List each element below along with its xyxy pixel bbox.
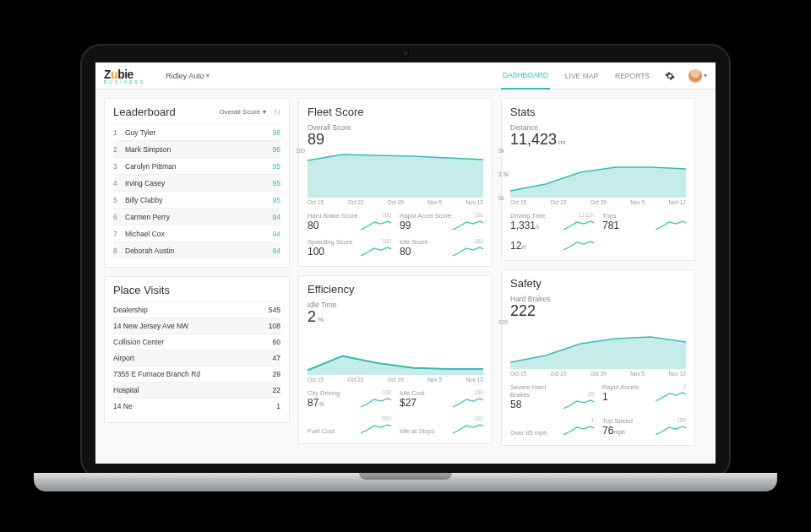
sort-icon[interactable]: ↑↓: [274, 108, 280, 116]
place-visit-row[interactable]: 7355 E Furnace Branch Rd 29: [113, 366, 280, 382]
fleet-score-card: Fleet Score Overall Score 89 100 Oct 15O: [298, 98, 493, 267]
chevron-down-icon: ▾: [704, 72, 707, 79]
mini-metric: Hard Brake Score 80 100: [308, 212, 391, 231]
logo: Zubie BUSINESS: [104, 68, 145, 84]
mini-metric: Over 85 mph 1: [510, 417, 594, 437]
nav-reports[interactable]: REPORTS: [613, 63, 651, 89]
leaderboard-title: Leaderboard: [113, 106, 176, 118]
mini-metric: Fuel Cost 500: [308, 415, 391, 435]
stats-chart: 5k 2.5k 0k: [510, 150, 686, 198]
efficiency-card: Efficiency Idle Time 2% Oct 15Oct 22Oct …: [298, 275, 493, 444]
mini-metric: Severe Hard Brakes 58 20: [510, 383, 594, 410]
mini-metric: City Driving 87% 100: [308, 389, 391, 409]
mini-metric: Trips 781: [602, 212, 686, 231]
place-visit-row[interactable]: Dealership 545: [113, 301, 280, 318]
mini-metric: Top Speed 76mph 150: [602, 417, 686, 437]
place-visit-row[interactable]: 14 Ne 1: [113, 398, 280, 414]
place-visit-row[interactable]: 14 New Jersey Ave NW 108: [113, 318, 280, 334]
mini-metric: Idle Cost $27 100: [400, 389, 483, 409]
leaderboard-row[interactable]: 1 Guy Tyler 96: [113, 123, 280, 140]
nav-livemap[interactable]: LIVE MAP: [563, 63, 600, 89]
leaderboard-row[interactable]: 3 Carolyn Pittman 95: [113, 157, 280, 174]
nav-dashboard[interactable]: DASHBOARD: [501, 62, 550, 90]
safety-chart: 100: [510, 322, 686, 369]
leaderboard-row[interactable]: 4 Irving Casey 95: [113, 174, 280, 191]
leaderboard-card: Leaderboard Overall Score▾ ↑↓ 1 Guy Tyle…: [104, 98, 290, 268]
gear-icon[interactable]: [665, 71, 675, 81]
place-visit-row[interactable]: Hospital 22: [113, 382, 280, 398]
topbar: Zubie BUSINESS Ridley Auto▾ DASHBOARD LI…: [95, 62, 716, 90]
leaderboard-filter[interactable]: Overall Score▾ ↑↓: [220, 108, 280, 116]
leaderboard-row[interactable]: 5 Billy Clabby 95: [113, 191, 280, 208]
leaderboard-row[interactable]: 6 Carmen Perry 94: [113, 208, 280, 225]
efficiency-title: Efficiency: [308, 283, 483, 296]
place-visit-row[interactable]: Collision Center 60: [113, 334, 280, 350]
mini-metric: Idle at Stops 100: [400, 415, 483, 435]
mini-metric: Driving Time 1,331h 1111h: [510, 212, 594, 231]
mini-metric: Rapid Accel Score 99 100: [400, 212, 483, 231]
stats-card: Stats Distance 11,423mi 5k 2.5k 0k: [501, 98, 695, 261]
user-menu[interactable]: ▾: [689, 69, 707, 83]
leaderboard-row[interactable]: 8 Deborah Austin 94: [113, 242, 280, 258]
company-selector[interactable]: Ridley Auto▾: [166, 72, 210, 80]
mini-metric: 12m: [510, 238, 594, 252]
leaderboard-row[interactable]: 2 Mark Simpson 96: [113, 140, 280, 157]
place-visits-card: Place Visits Dealership 545 14 New Jerse…: [104, 276, 290, 423]
efficiency-chart: [308, 328, 483, 375]
fleet-chart: 100: [308, 150, 483, 198]
camera-dot: [403, 51, 408, 56]
stats-title: Stats: [510, 106, 686, 118]
leaderboard-row[interactable]: 7 Michael Cox 94: [113, 225, 280, 242]
avatar: [689, 69, 702, 83]
mini-metric: Rapid Accels 1 2: [602, 383, 686, 410]
mini-metric: Idle Score 80 100: [400, 238, 483, 258]
safety-card: Safety Hard Brakes 222 100 Oct 15Oct 22O: [501, 269, 695, 446]
place-visits-title: Place Visits: [113, 284, 280, 296]
chevron-down-icon: ▾: [206, 72, 210, 79]
mini-metric: Speeding Score 100 100: [308, 238, 391, 258]
safety-title: Safety: [510, 277, 686, 290]
place-visit-row[interactable]: Airport 47: [113, 350, 280, 366]
fleet-title: Fleet Score: [308, 106, 483, 118]
